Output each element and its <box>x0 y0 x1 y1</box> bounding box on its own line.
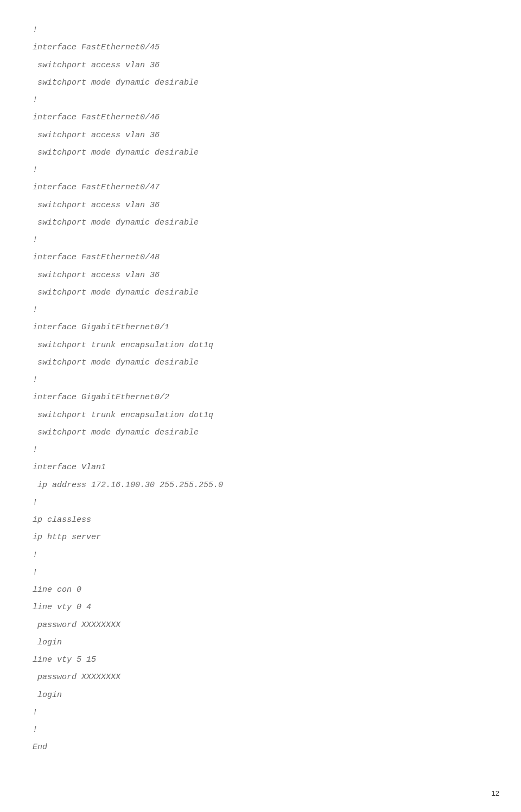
config-line: switchport mode dynamic desirable <box>33 354 488 372</box>
config-line: ip http server <box>33 529 488 546</box>
config-line: switchport mode dynamic desirable <box>33 74 488 92</box>
config-line: End <box>33 739 488 756</box>
config-line: ! <box>33 721 488 739</box>
config-line: line vty 5 15 <box>33 651 488 669</box>
config-line: switchport mode dynamic desirable <box>33 284 488 302</box>
config-line: switchport trunk encapsulation dot1q <box>33 337 488 354</box>
config-line: switchport access vlan 36 <box>33 267 488 284</box>
config-line: switchport mode dynamic desirable <box>33 424 488 442</box>
config-line: ! <box>33 302 488 319</box>
config-line: interface FastEthernet0/46 <box>33 109 488 126</box>
config-line: ! <box>33 704 488 721</box>
config-line: ! <box>33 494 488 512</box>
config-line: ! <box>33 372 488 389</box>
config-line: switchport access vlan 36 <box>33 197 488 214</box>
config-line: interface FastEthernet0/45 <box>33 39 488 56</box>
config-line: line con 0 <box>33 581 488 599</box>
config-line: switchport mode dynamic desirable <box>33 214 488 232</box>
config-line: ! <box>33 92 488 109</box>
config-line: switchport trunk encapsulation dot1q <box>33 407 488 424</box>
config-line: ! <box>33 442 488 459</box>
config-line: ! <box>33 564 488 581</box>
config-line: interface FastEthernet0/48 <box>33 249 488 266</box>
config-line: ip classless <box>33 512 488 529</box>
config-line: password XXXXXXXX <box>33 617 488 634</box>
config-line: login <box>33 687 488 704</box>
config-line: interface GigabitEthernet0/1 <box>33 319 488 336</box>
page-number: 12 <box>492 786 499 801</box>
config-line: ! <box>33 547 488 564</box>
config-line: ip address 172.16.100.30 255.255.255.0 <box>33 477 488 494</box>
config-line: ! <box>33 162 488 179</box>
config-line: switchport access vlan 36 <box>33 127 488 144</box>
config-line: interface FastEthernet0/47 <box>33 179 488 196</box>
config-line: password XXXXXXXX <box>33 669 488 686</box>
config-line: switchport mode dynamic desirable <box>33 144 488 162</box>
config-line: ! <box>33 232 488 249</box>
config-line: ! <box>33 22 488 39</box>
config-line: switchport access vlan 36 <box>33 57 488 74</box>
config-line: interface Vlan1 <box>33 459 488 476</box>
config-block: !interface FastEthernet0/45 switchport a… <box>33 22 488 757</box>
config-line: line vty 0 4 <box>33 599 488 616</box>
config-line: interface GigabitEthernet0/2 <box>33 389 488 406</box>
config-line: login <box>33 634 488 651</box>
